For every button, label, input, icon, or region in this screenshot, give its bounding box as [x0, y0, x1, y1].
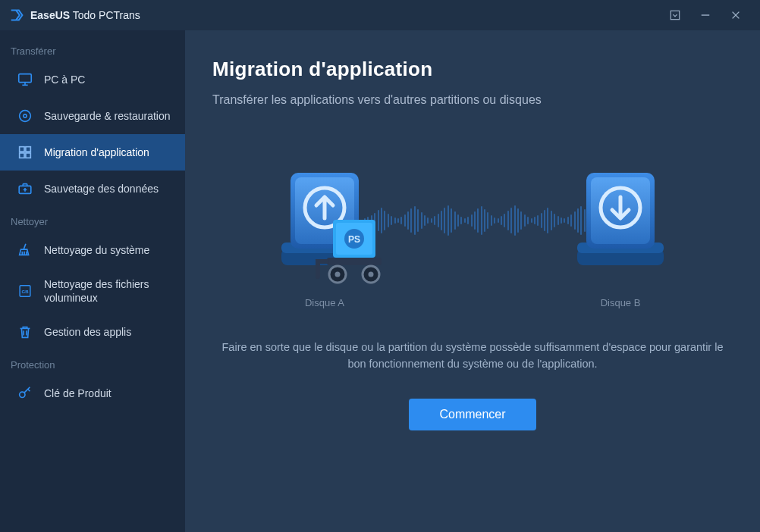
- minimize-button[interactable]: [690, 0, 721, 30]
- sidebar-item-label: Nettoyage du système: [44, 243, 174, 257]
- svg-text:PS: PS: [348, 234, 360, 245]
- disk-a-block: PS Disque A: [268, 164, 382, 308]
- svg-point-37: [369, 271, 374, 277]
- disc-icon: [17, 108, 33, 124]
- sidebar-item-product-key[interactable]: Clé de Produit: [0, 375, 185, 412]
- sidebar-item-app-migration[interactable]: Migration d'application: [0, 134, 185, 171]
- page-title: Migration d'application: [212, 58, 733, 81]
- titlebar: EaseUS Todo PCTrans: [0, 0, 760, 30]
- broom-icon: [17, 242, 33, 258]
- cart-icon: PS: [310, 214, 394, 289]
- menu-dropdown-button[interactable]: [660, 0, 690, 30]
- svg-point-7: [20, 111, 31, 122]
- sidebar-section-transfer: Transférer: [0, 36, 185, 61]
- svg-text:GB: GB: [22, 289, 30, 294]
- sidebar-item-data-rescue[interactable]: Sauvetage des données: [0, 171, 185, 207]
- svg-point-35: [335, 271, 341, 277]
- app-window: EaseUS Todo PCTrans Transférer: [0, 0, 760, 532]
- disk-b-block: Disque B: [564, 164, 677, 308]
- disk-b-label: Disque B: [601, 297, 641, 308]
- svg-rect-4: [19, 74, 32, 83]
- start-button[interactable]: Commencer: [409, 399, 535, 430]
- sidebar-item-label: PC à PC: [44, 73, 174, 86]
- svg-rect-10: [26, 147, 30, 152]
- sidebar-item-pc-to-pc[interactable]: PC à PC: [0, 61, 185, 98]
- sidebar-item-backup-restore[interactable]: Sauvegarde & restauration: [0, 98, 185, 134]
- briefcase-plus-icon: [17, 180, 33, 197]
- svg-rect-12: [26, 153, 30, 158]
- sidebar-section-clean: Nettoyer: [0, 207, 185, 232]
- hint-text: Faire en sorte que le disque ou la parti…: [212, 339, 733, 373]
- sidebar-item-label: Sauvetage des données: [44, 182, 174, 196]
- app-logo: EaseUS Todo PCTrans: [9, 7, 140, 23]
- brand-text: EaseUS Todo PCTrans: [30, 9, 140, 21]
- file-gb-icon: GB: [17, 283, 33, 299]
- close-button[interactable]: [721, 0, 751, 30]
- sidebar-item-app-management[interactable]: Gestion des applis: [0, 314, 185, 350]
- sidebar-item-label: Gestion des applis: [44, 325, 174, 339]
- disk-b-icon: [564, 164, 677, 277]
- svg-rect-0: [670, 11, 679, 19]
- key-icon: [17, 385, 33, 402]
- sidebar-item-label: Clé de Produit: [44, 386, 174, 400]
- illustration: PS Disque A: [212, 160, 733, 311]
- main-panel: Migration d'application Transférer les a…: [185, 30, 760, 532]
- svg-point-8: [24, 114, 27, 117]
- disk-a-label: Disque A: [305, 297, 344, 308]
- sidebar-item-label: Sauvegarde & restauration: [44, 109, 174, 123]
- svg-point-23: [20, 393, 25, 398]
- svg-rect-11: [20, 153, 24, 158]
- sidebar-item-system-cleanup[interactable]: Nettoyage du système: [0, 232, 185, 268]
- sidebar-section-protection: Protection: [0, 350, 185, 375]
- transfer-wave-icon: [364, 204, 596, 237]
- sidebar-item-label: Migration d'application: [44, 146, 174, 159]
- brand-icon: [9, 7, 26, 23]
- page-subtitle: Transférer les applications vers d'autre…: [212, 93, 733, 107]
- svg-rect-33: [327, 258, 382, 265]
- sidebar: Transférer PC à PC: [0, 30, 185, 532]
- app-grid-icon: [17, 144, 33, 161]
- trash-icon: [17, 324, 33, 340]
- monitor-icon: [17, 71, 33, 88]
- sidebar-item-label: Nettoyage des fichiers volumineux: [44, 277, 174, 305]
- svg-rect-9: [20, 147, 24, 152]
- sidebar-item-large-file-cleanup[interactable]: GB Nettoyage des fichiers volumineux: [0, 268, 185, 314]
